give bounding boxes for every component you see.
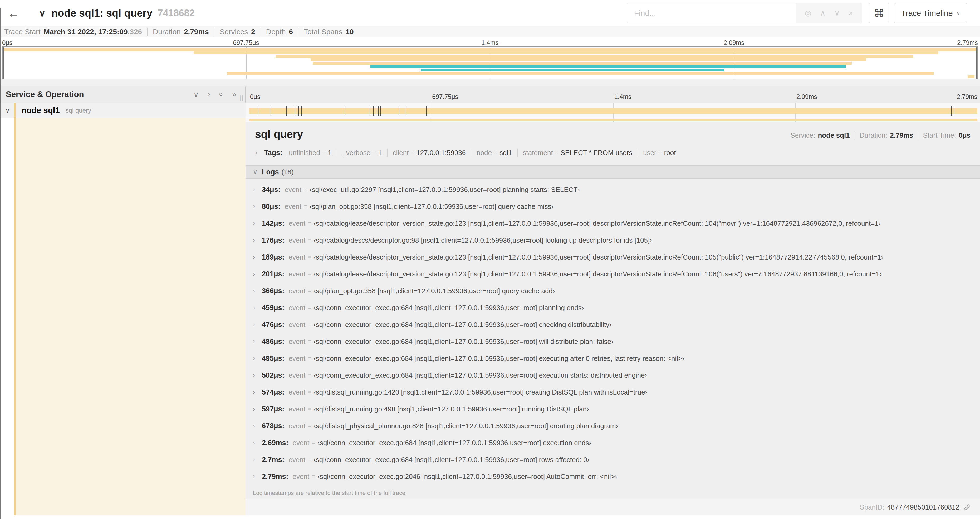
expand-all-icon[interactable]: » [232,90,236,99]
log-value: ‹sql/conn_executor_exec.go:684 [nsql1,cl… [313,338,614,346]
log-row[interactable]: › 574μs: event = ‹sql/distsql_running.go… [245,384,980,401]
minimap-span-bar [967,75,974,78]
log-event-marker[interactable] [286,106,286,115]
span-collapse-chevron-icon[interactable]: ∨ [5,107,14,114]
log-event-marker[interactable] [380,106,381,115]
log-row[interactable]: › 366μs: event = ‹sql/plan_opt.go:358 [n… [245,283,980,299]
timeline-tick-labels: 0μs697.75μs1.4ms2.09ms2.79ms [249,86,977,102]
expand-one-icon[interactable]: › [208,90,210,99]
log-event-marker[interactable] [954,106,955,115]
tags-accordion[interactable]: › Tags: _unfinished = 1 _verbose = 1 cli… [245,147,980,158]
timeline-tick-label: 1.4ms [614,93,632,101]
log-row[interactable]: › 2.69ms: event = ‹sql/conn_executor_exe… [245,434,980,451]
log-event-marker[interactable] [376,106,377,115]
log-row[interactable]: › 34μs: event = ‹sql/exec_util.go:2297 [… [245,181,980,198]
summary-label: Services [220,28,248,36]
log-row[interactable]: › 189μs: event = ‹sql/catalog/lease/desc… [245,249,980,265]
log-event-marker[interactable] [298,106,299,115]
collapse-all-icon[interactable]: » [217,92,226,96]
tag-key: user [643,149,657,157]
log-event-marker[interactable] [399,106,399,115]
log-row[interactable]: › 2.7ms: event = ‹sql/conn_executor_exec… [245,451,980,468]
link-icon[interactable] [963,503,971,511]
log-event-marker[interactable] [405,106,406,115]
log-value: ‹sql/catalog/lease/descriptor_version_st… [313,270,882,278]
log-row[interactable]: › 678μs: event = ‹sql/distsql_physical_p… [245,417,980,434]
chevron-right-icon: › [253,439,262,447]
app-header: ← ∨ node sql1: sql query 7418682 ◎ ∧ ∨ ×… [0,0,980,26]
log-row[interactable]: › 2.79ms: event = ‹sql/conn_executor_exe… [245,468,980,485]
chevron-right-icon: › [253,422,262,430]
span-name-cell[interactable]: ∨ node sql1 sql query [0,103,245,118]
log-row[interactable]: › 597μs: event = ‹sql/distsql_running.go… [245,401,980,417]
summary-item: Duration 2.79ms [147,28,209,36]
equals-sign: = [308,389,311,396]
equals-sign: = [308,423,311,430]
equals-sign: = [308,287,311,294]
back-button[interactable]: ← [0,0,27,26]
log-event-marker[interactable] [369,106,369,115]
minimap-tick-labels: 0μs697.75μs1.4ms2.09ms2.79ms [2,37,978,46]
summary-label: Duration [153,28,181,36]
log-event-marker[interactable] [373,106,374,115]
minimap-canvas[interactable] [2,46,978,79]
log-field-name: event [289,304,305,312]
log-row[interactable]: › 142μs: event = ‹sql/catalog/lease/desc… [245,215,980,232]
log-event-marker[interactable] [951,106,952,115]
log-row[interactable]: › 80μs: event = ‹sql/plan_opt.go:358 [ns… [245,198,980,215]
log-timestamp: 176μs: [262,236,285,244]
collapse-one-icon[interactable]: ∨ [193,90,199,99]
chevron-right-icon: › [253,405,262,413]
clear-icon[interactable]: × [848,9,853,18]
summary-label: Trace Start [4,28,40,36]
logs-accordion[interactable]: ∨ Logs (18) [245,165,980,179]
column-resizer-handle[interactable]: || [239,94,244,102]
tag-value: sql1 [500,149,512,157]
equals-sign: = [308,304,311,311]
log-row[interactable]: › 176μs: event = ‹sql/catalog/descs/desc… [245,232,980,249]
log-row[interactable]: › 459μs: event = ‹sql/conn_executor_exec… [245,299,980,316]
detail-span-title: sql query [255,128,303,141]
equals-sign: = [659,149,662,156]
log-timestamp: 80μs: [262,203,280,211]
minimap-right-scrubber-handle[interactable] [976,47,977,78]
chevron-right-icon: › [253,355,262,362]
chevron-up-icon[interactable]: ∧ [820,9,826,18]
log-row[interactable]: › 201μs: event = ‹sql/catalog/lease/desc… [245,265,980,283]
log-event-marker[interactable] [301,106,302,115]
log-event-marker[interactable] [258,106,258,115]
log-row[interactable]: › 502μs: event = ‹sql/conn_executor_exec… [245,367,980,384]
span-bar-cell[interactable] [245,103,980,118]
minimap-left-scrubber-handle[interactable] [3,47,4,78]
chevron-down-icon[interactable]: ∨ [834,9,840,18]
keyboard-shortcuts-button[interactable]: ⌘ [869,3,889,23]
log-event-marker[interactable] [270,106,270,115]
timeline-tick-label: 2.79ms [956,93,977,101]
trace-collapse-chevron-icon[interactable]: ∨ [39,8,46,19]
log-event-marker[interactable] [295,106,295,115]
equals-sign: = [372,149,376,156]
log-event-marker[interactable] [345,106,345,115]
equals-sign: = [494,149,497,156]
log-row[interactable]: › 486μs: event = ‹sql/conn_executor_exec… [245,333,980,350]
chevron-right-icon: › [253,338,262,345]
spanid-value: 4877749850101760812 [887,503,959,511]
service-color-strip [14,118,16,515]
span-row[interactable]: ∨ node sql1 sql query [0,103,980,118]
minimap-span-bar [421,69,724,72]
span-duration-bar[interactable] [249,108,977,114]
log-timestamp: 2.79ms: [262,473,288,481]
find-input[interactable] [627,3,796,23]
tag-item: node = sql1 [471,149,512,157]
locate-icon[interactable]: ◎ [805,9,811,18]
log-row[interactable]: › 476μs: event = ‹sql/conn_executor_exec… [245,316,980,333]
view-selector-button[interactable]: Trace Timeline ∨ [894,3,967,23]
log-timestamp: 366μs: [262,287,285,295]
log-field-name: event [289,287,305,295]
log-event-marker[interactable] [378,106,379,115]
chevron-down-icon: ∨ [956,10,960,16]
log-row[interactable]: › 495μs: event = ‹sql/conn_executor_exec… [245,350,980,367]
log-event-marker[interactable] [426,106,426,115]
selected-span-highlight [16,118,245,515]
log-timestamp: 459μs: [262,304,285,312]
